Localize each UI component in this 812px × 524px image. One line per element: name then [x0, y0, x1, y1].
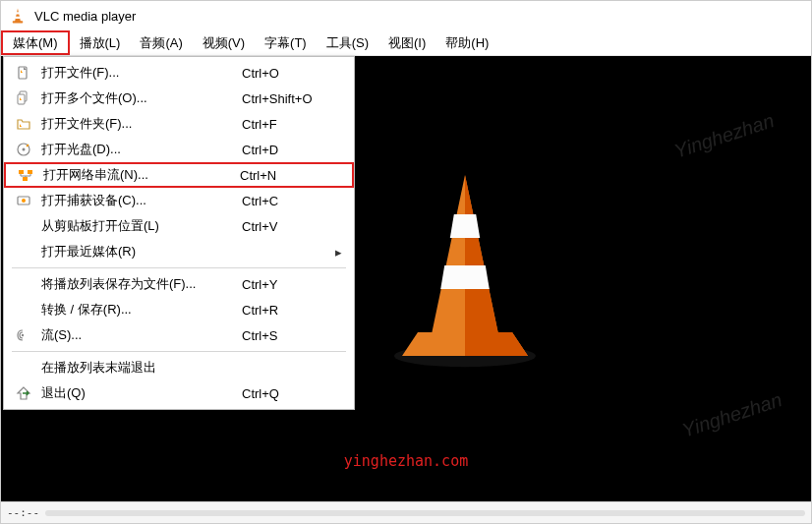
- menu-item-label: 打开最近媒体(R): [35, 243, 242, 261]
- menu-字幕[interactable]: 字幕(T): [255, 30, 317, 55]
- menubar: 媒体(M)播放(L)音频(A)视频(V)字幕(T)工具(S)视图(I)帮助(H): [1, 30, 811, 56]
- quit-icon: [12, 385, 35, 401]
- menu-item-shortcut: Ctrl+R: [242, 303, 330, 318]
- menu-item-shortcut: Ctrl+O: [242, 66, 330, 81]
- menu-item[interactable]: 打开网络串流(N)...Ctrl+N: [4, 162, 354, 188]
- menu-媒体[interactable]: 媒体(M): [1, 30, 70, 55]
- menu-播放[interactable]: 播放(L): [70, 30, 131, 55]
- svg-point-14: [22, 334, 24, 336]
- svg-rect-10: [28, 170, 32, 174]
- titlebar: VLC media player: [1, 1, 811, 30]
- menu-item-shortcut: Ctrl+D: [242, 143, 330, 157]
- svg-rect-9: [19, 170, 24, 174]
- menu-item-shortcut: Ctrl+S: [242, 328, 330, 343]
- menu-item-label: 将播放列表保存为文件(F)...: [35, 275, 242, 293]
- menu-item-label: 打开光盘(D)...: [35, 141, 242, 158]
- media-menu-dropdown: 打开文件(F)...Ctrl+O打开多个文件(O)...Ctrl+Shift+O…: [3, 56, 355, 410]
- vlc-cone-icon: [9, 7, 27, 25]
- window-title: VLC media player: [34, 9, 136, 24]
- capture-icon: [12, 193, 35, 208]
- menu-item-label: 从剪贴板打开位置(L): [35, 217, 242, 235]
- disc-icon: [12, 142, 35, 157]
- status-bar: --:--: [1, 501, 811, 523]
- menu-item[interactable]: 打开最近媒体(R)▸: [4, 239, 354, 264]
- menu-item-label: 在播放列表末端退出: [35, 359, 242, 377]
- vlc-cone-logo: [386, 166, 544, 373]
- menu-帮助[interactable]: 帮助(H): [435, 30, 498, 55]
- menu-item-shortcut: Ctrl+F: [242, 117, 330, 132]
- menu-item[interactable]: 在播放列表末端退出: [4, 355, 354, 380]
- menu-item[interactable]: 打开光盘(D)...Ctrl+D: [4, 137, 354, 162]
- menu-视频[interactable]: 视频(V): [193, 30, 255, 55]
- menu-item-label: 转换 / 保存(R)...: [35, 301, 242, 319]
- menu-item-shortcut: Ctrl+V: [242, 219, 330, 234]
- menu-item[interactable]: 退出(Q)Ctrl+Q: [4, 380, 354, 406]
- menu-item-label: 退出(Q): [35, 384, 242, 402]
- menu-item[interactable]: 流(S)...Ctrl+S: [4, 322, 354, 348]
- menu-item-shortcut: Ctrl+Shift+O: [242, 91, 330, 106]
- menu-item[interactable]: 将播放列表保存为文件(F)...Ctrl+Y: [4, 271, 354, 297]
- menu-item-label: 打开网络串流(N)...: [37, 166, 240, 184]
- elapsed-time: --:--: [7, 506, 39, 519]
- menu-item[interactable]: 打开文件夹(F)...Ctrl+F: [4, 111, 354, 137]
- menu-item-label: 打开文件(F)...: [35, 64, 242, 82]
- svg-rect-2: [13, 21, 24, 23]
- file-icon: [12, 65, 35, 81]
- svg-rect-11: [23, 177, 28, 181]
- app-window: VLC media player 媒体(M)播放(L)音频(A)视频(V)字幕(…: [0, 0, 812, 524]
- menu-item-shortcut: Ctrl+C: [242, 194, 330, 208]
- stream-icon: [12, 327, 35, 343]
- menu-item-shortcut: Ctrl+Q: [242, 386, 330, 401]
- menu-item-shortcut: Ctrl+N: [240, 168, 328, 183]
- menu-工具[interactable]: 工具(S): [317, 30, 378, 55]
- watermark-text: Yinghezhan: [671, 109, 777, 162]
- menu-item[interactable]: 转换 / 保存(R)...Ctrl+R: [4, 297, 354, 322]
- folder-icon: [12, 116, 35, 132]
- svg-point-13: [22, 199, 26, 203]
- chevron-right-icon: ▸: [330, 245, 342, 260]
- menu-音频[interactable]: 音频(A): [130, 30, 192, 55]
- seek-slider[interactable]: [45, 510, 805, 516]
- svg-point-8: [23, 148, 26, 151]
- watermark-url: yinghezhan.com: [344, 452, 468, 470]
- menu-item-shortcut: Ctrl+Y: [242, 277, 330, 292]
- menu-separator: [12, 267, 346, 268]
- menu-item-label: 打开多个文件(O)...: [35, 89, 242, 107]
- svg-rect-1: [15, 17, 20, 19]
- files-icon: [12, 90, 35, 106]
- menu-视图[interactable]: 视图(I): [378, 30, 435, 55]
- menu-item-label: 打开文件夹(F)...: [35, 115, 242, 133]
- menu-separator: [12, 351, 346, 352]
- svg-rect-6: [18, 94, 25, 104]
- menu-item[interactable]: 打开文件(F)...Ctrl+O: [4, 60, 354, 86]
- menu-item[interactable]: 打开捕获设备(C)...Ctrl+C: [4, 188, 354, 213]
- network-icon: [14, 167, 37, 183]
- svg-rect-0: [16, 12, 20, 14]
- watermark-text: Yinghezhan: [679, 388, 784, 441]
- menu-item[interactable]: 打开多个文件(O)...Ctrl+Shift+O: [4, 86, 354, 111]
- menu-item-label: 流(S)...: [35, 326, 242, 344]
- menu-item[interactable]: 从剪贴板打开位置(L)Ctrl+V: [4, 213, 354, 239]
- menu-item-label: 打开捕获设备(C)...: [35, 192, 242, 209]
